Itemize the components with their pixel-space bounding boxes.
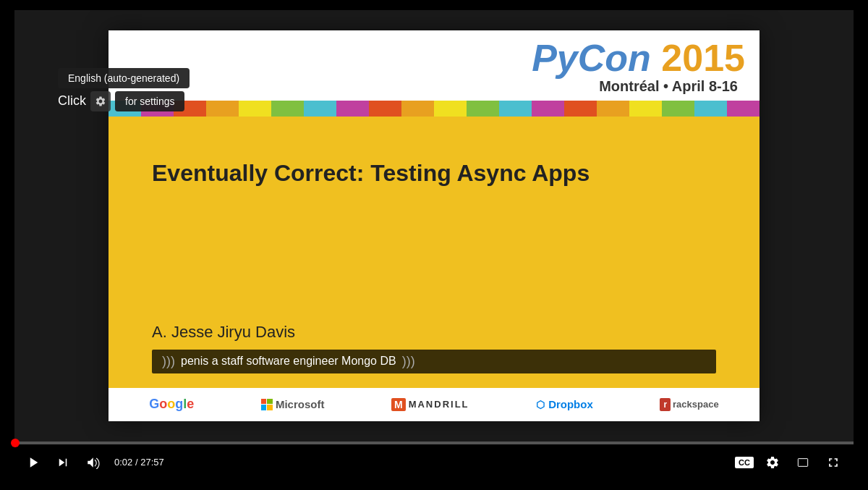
wave-right-icon: ))) [402, 354, 415, 369]
slide: PyCon 2015 Montréal • April 8-16 [109, 30, 760, 421]
mandrill-logo: M [391, 398, 406, 411]
pycon-year: 2015 [661, 39, 745, 77]
slide-body: Eventually Correct: Testing Async Apps A… [109, 117, 760, 413]
rackspace-label: rackspace [673, 399, 719, 410]
slide-author: A. Jesse Jiryu Davis [152, 323, 716, 342]
progress-bar[interactable] [14, 442, 854, 444]
svg-rect-4 [798, 458, 807, 466]
settings-button[interactable] [761, 452, 784, 473]
svg-marker-1 [59, 458, 65, 466]
sponsor-mandrill: M MANDRILL [391, 398, 469, 411]
theater-mode-button[interactable] [791, 454, 814, 471]
pycon-location: Montréal • April 8-16 [599, 78, 738, 95]
sponsor-rackspace: r rackspace [660, 398, 718, 411]
svg-rect-2 [66, 458, 67, 466]
sponsor-google: Google [149, 397, 194, 412]
volume-button[interactable] [81, 453, 104, 472]
play-button[interactable] [23, 453, 45, 472]
controls-bar: 0:02 / 27:57 CC [14, 444, 854, 481]
dropbox-icon: ⬡ [536, 399, 545, 410]
video-area[interactable]: English (auto-generated) Click for setti… [14, 10, 854, 442]
current-time: 0:02 [114, 457, 132, 468]
settings-for-label: for settings [115, 91, 184, 111]
year-label [651, 39, 661, 77]
microsoft-label: Microsoft [276, 398, 325, 410]
rackspace-icon: r [660, 398, 671, 411]
pycon-title: PyCon 2015 [532, 39, 745, 77]
video-player: English (auto-generated) Click for setti… [14, 10, 854, 481]
slide-title: Eventually Correct: Testing Async Apps [152, 160, 716, 187]
pycon-logo: PyCon [532, 39, 651, 77]
caption-label: English (auto-generated) [58, 68, 190, 88]
total-time: 27:57 [140, 457, 164, 468]
gear-icon [90, 91, 111, 111]
svg-marker-0 [30, 457, 38, 468]
sponsor-microsoft: Microsoft [261, 398, 325, 410]
time-display: 0:02 / 27:57 [114, 457, 164, 468]
fullscreen-button[interactable] [822, 452, 845, 473]
mandrill-label: MANDRILL [409, 399, 469, 410]
sponsor-dropbox: ⬡ Dropbox [536, 398, 593, 410]
settings-overlay: English (auto-generated) Click for setti… [58, 68, 190, 111]
progress-dot [11, 439, 20, 447]
slide-header: PyCon 2015 Montréal • April 8-16 [109, 30, 760, 95]
wave-left-icon: ))) [162, 354, 175, 369]
subtitle-text: penis a staff software engineer Mongo DB [181, 355, 396, 368]
ms-logo [261, 399, 273, 410]
color-strip [109, 101, 760, 117]
sponsors-bar: Google Microsoft M MANDRILL ⬡ Dro [109, 388, 760, 421]
skip-next-button[interactable] [52, 453, 74, 472]
slide-subtitle: ))) penis a staff software engineer Mong… [152, 350, 716, 373]
dropbox-label: Dropbox [548, 398, 593, 410]
svg-marker-3 [88, 457, 93, 468]
click-label: Click [58, 93, 86, 109]
cc-badge[interactable]: CC [735, 457, 754, 468]
